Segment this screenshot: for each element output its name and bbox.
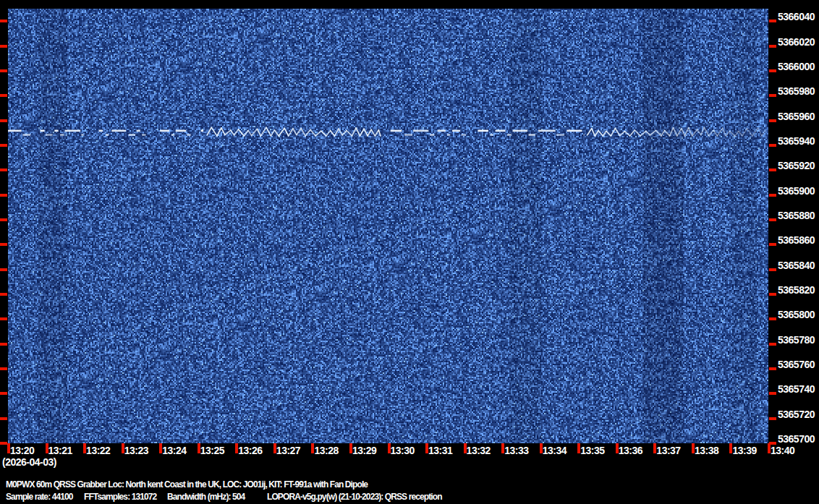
freq-tick-right: [769, 417, 776, 420]
freq-axis-label: 5365980: [778, 86, 815, 96]
time-axis-label: 13:39: [732, 445, 756, 456]
footer-station-info: M0PWX 60m QRSS Grabber Loc: North kent C…: [6, 479, 368, 490]
freq-axis-label: 5365960: [778, 111, 815, 121]
freq-axis-label: 5366040: [778, 12, 815, 22]
time-axis-label: 13:33: [504, 445, 528, 456]
freq-tick-left: [0, 243, 7, 246]
time-axis-label: 13:29: [352, 445, 376, 456]
freq-tick-right: [769, 94, 776, 97]
freq-tick-right: [769, 20, 776, 22]
time-axis-label: 13:37: [656, 445, 680, 456]
freq-tick-right: [769, 317, 776, 320]
freq-tick-right: [769, 343, 776, 346]
freq-tick-right: [769, 243, 776, 246]
time-axis-label: 13:20: [10, 445, 34, 456]
freq-tick-left: [0, 218, 7, 221]
freq-tick-left: [0, 293, 7, 296]
freq-tick-left: [0, 367, 7, 370]
freq-axis-label: 5365900: [778, 186, 815, 196]
freq-tick-left: [0, 194, 7, 197]
footer-sample-rate: Sample rate: 44100: [6, 492, 73, 502]
freq-axis-label: 5365840: [778, 260, 815, 270]
freq-axis-label: 5365800: [778, 309, 815, 320]
freq-tick-right: [769, 367, 776, 370]
freq-axis-label: 5365720: [778, 409, 815, 419]
time-axis-label: 13:28: [314, 445, 338, 456]
freq-tick-left: [0, 343, 7, 346]
time-axis-label: 13:40: [771, 445, 794, 456]
freq-tick-right: [769, 194, 776, 197]
freq-tick-right: [769, 218, 776, 221]
freq-tick-left: [0, 69, 7, 72]
freq-tick-right: [769, 45, 776, 48]
time-axis-label: 13:27: [276, 445, 300, 456]
freq-tick-left: [0, 268, 7, 271]
qrss-grabber-screen: 5366040536602053660005365980536596053659…: [0, 0, 819, 504]
time-axis-label: 13:21: [48, 445, 72, 456]
freq-tick-left: [0, 119, 7, 122]
time-axis-label: 13:23: [124, 445, 148, 456]
freq-axis-label: 5365740: [778, 384, 815, 394]
time-axis-label: 13:35: [580, 445, 604, 456]
footer-software-version: LOPORA-v5g.py(w) (21-10-2023): QRSS rece…: [267, 492, 442, 502]
freq-tick-right: [769, 392, 776, 395]
freq-tick-left: [0, 442, 7, 445]
time-axis-label: 13:34: [543, 445, 566, 456]
freq-tick-right: [769, 144, 776, 147]
time-axis-label: 13:31: [428, 445, 452, 456]
freq-axis-label: 5365780: [778, 335, 815, 345]
freq-axis-label: 5365880: [778, 210, 815, 221]
freq-axis-label: 5365920: [778, 161, 815, 171]
freq-tick-left: [0, 94, 7, 97]
time-axis-label: 13:26: [238, 445, 262, 456]
freq-axis-label: 5365820: [778, 285, 815, 295]
freq-axis-label: 5365760: [778, 359, 815, 370]
freq-tick-left: [0, 392, 7, 395]
freq-tick-right: [769, 119, 776, 122]
time-axis-label: 13:25: [200, 445, 224, 456]
freq-tick-right: [769, 293, 776, 296]
time-axis-label: 13:22: [86, 445, 110, 456]
freq-axis-label: 5366020: [778, 37, 815, 47]
freq-axis-label: 5365940: [778, 136, 815, 146]
freq-axis-label: 5365700: [778, 434, 815, 444]
freq-tick-left: [0, 168, 7, 171]
time-axis-label: 13:36: [619, 445, 642, 456]
freq-tick-left: [0, 144, 7, 147]
freq-tick-left: [0, 417, 7, 420]
time-axis-label: 13:38: [695, 445, 718, 456]
freq-axis-label: 5366000: [778, 61, 815, 72]
freq-axis-label: 5365860: [778, 235, 815, 245]
freq-tick-right: [769, 268, 776, 271]
footer-fft-samples: FFTsamples: 131072: [84, 492, 156, 502]
time-axis-label: 13:24: [162, 445, 186, 456]
freq-tick-left: [0, 317, 7, 320]
footer-bandwidth: Bandwidth (mHz): 504: [167, 492, 245, 502]
time-axis-label: 13:30: [391, 445, 415, 456]
spectrogram-canvas: [8, 9, 768, 443]
freq-tick-right: [769, 168, 776, 171]
time-axis-label: 13:32: [467, 445, 491, 456]
freq-tick-right: [769, 69, 776, 72]
date-label: (2026-04-03): [2, 457, 56, 468]
freq-tick-left: [0, 20, 7, 22]
freq-tick-left: [0, 45, 7, 48]
